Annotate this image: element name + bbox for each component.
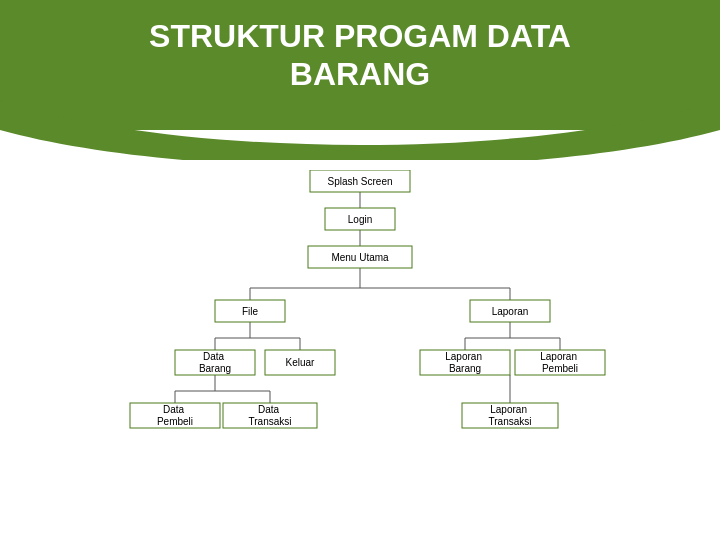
laporan-pembeli-node: Laporan Pembeli (540, 351, 579, 374)
menu-utama-node: Menu Utama (331, 252, 389, 263)
laporan-node: Laporan (492, 306, 529, 317)
splash-screen-node: Splash Screen (327, 176, 392, 187)
data-barang-node: Data Barang (199, 351, 231, 374)
tree-diagram: Splash Screen Login Menu Utama File Lapo… (30, 170, 690, 530)
content-area: Splash Screen Login Menu Utama File Lapo… (0, 130, 720, 540)
page-title: STRUKTUR PROGAM DATA BARANG (149, 17, 571, 94)
laporan-transaksi-node: Laporan Transaksi (489, 404, 532, 427)
header: STRUKTUR PROGAM DATA BARANG (0, 0, 720, 130)
laporan-barang-node: Laporan Barang (445, 351, 484, 374)
file-node: File (242, 306, 259, 317)
login-node: Login (348, 214, 372, 225)
keluar-node: Keluar (286, 357, 316, 368)
